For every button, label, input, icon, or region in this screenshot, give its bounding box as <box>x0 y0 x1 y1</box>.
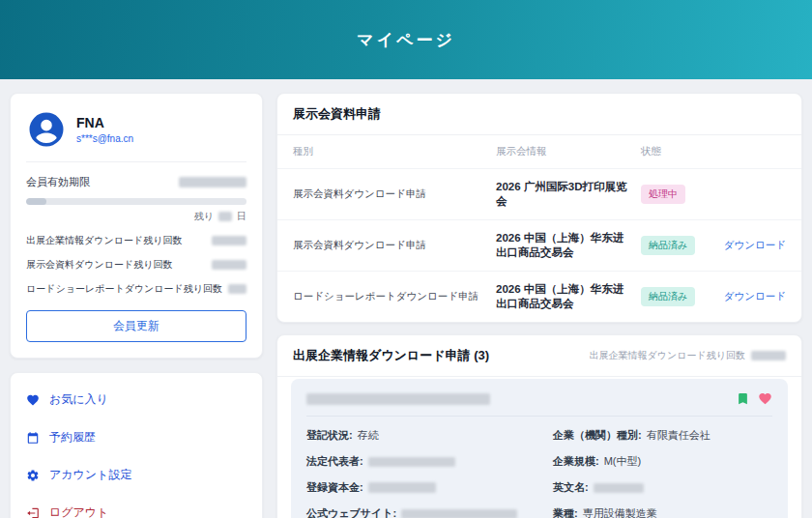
table-row: 展示会資料ダウンロード申請 2026 中国（上海）华东进出口商品交易会 納品済み… <box>277 220 801 272</box>
company-actions <box>736 391 772 406</box>
company-field: 登録資本金: <box>306 480 526 495</box>
left-column: FNA s***s@fna.cn 会員有効期限 残り 日 出展企業情報ダウンロー… <box>10 93 263 518</box>
counter-row: 出展企業情報ダウンロード残り回数 <box>26 234 246 247</box>
redacted-field-value <box>368 457 455 467</box>
menu-item-label: ログアウト <box>49 504 108 518</box>
redacted-counter-value <box>212 236 246 245</box>
field-label: 企業（機関）種別: <box>553 428 642 443</box>
menu-item-logout[interactable]: ログアウト <box>26 494 246 518</box>
membership-progress-fill <box>26 198 46 205</box>
redacted-company-name <box>306 393 490 405</box>
membership-row: 会員有効期限 <box>26 175 246 189</box>
company-fields-right: 企業（機関）種別: 有限責任会社 企業規模: M(中型) 英文名: 業種: <box>553 417 772 518</box>
remaining-prefix: 残り <box>194 210 214 223</box>
counter-row: ロードショーレポートダウンロード残り回数 <box>26 282 246 296</box>
company-detail-panel: 登記状況: 存続 法定代表者: 登録資本金: 公式ウェブサイト: <box>291 379 788 518</box>
field-label: 法定代表者: <box>306 454 363 469</box>
exhibition-applications-header: 展示会資料申請 <box>277 94 801 135</box>
membership-progress <box>26 198 246 205</box>
counter-label: ロードショーレポートダウンロード残り回数 <box>26 282 222 296</box>
user-name: FNA <box>76 115 133 130</box>
status-badge: 納品済み <box>641 287 695 306</box>
redacted-remaining-count <box>751 351 786 360</box>
redacted-membership-date <box>179 177 246 187</box>
column-header-type: 種別 <box>293 145 486 158</box>
redacted-remaining-days <box>218 212 232 221</box>
expo-name: 2026 广州国际3D打印展览会 <box>496 180 631 209</box>
field-value: 存続 <box>358 428 379 443</box>
menu-card: お気に入り 予約履歴 アカウント設定 ログアウト <box>10 372 263 518</box>
counter-label: 展示会資料ダウンロード残り回数 <box>26 258 172 272</box>
right-column: 展示会資料申請 種別 展示会情報 状態 展示会資料ダウンロード申請 2026 广… <box>276 93 802 518</box>
company-field: 公式ウェブサイト: <box>306 506 526 518</box>
profile-card: FNA s***s@fna.cn 会員有効期限 残り 日 出展企業情報ダウンロー… <box>10 93 263 359</box>
page-content: FNA s***s@fna.cn 会員有効期限 残り 日 出展企業情報ダウンロー… <box>0 79 812 518</box>
profile-header: FNA s***s@fna.cn <box>26 109 246 162</box>
page-title: マイページ <box>357 29 455 51</box>
company-field: 企業（機関）種別: 有限責任会社 <box>553 428 772 443</box>
company-field: 英文名: <box>553 480 772 495</box>
section-title: 展示会資料申請 <box>293 105 381 123</box>
field-value: 専用設備製造業 <box>583 506 657 518</box>
download-link[interactable]: ダウンロード <box>724 290 786 303</box>
top-banner: マイページ <box>0 0 812 79</box>
menu-item-account-settings[interactable]: アカウント設定 <box>26 456 246 494</box>
gear-icon <box>26 469 40 482</box>
logout-icon <box>26 506 40 518</box>
heart-icon[interactable] <box>758 391 772 406</box>
company-field: 企業規模: M(中型) <box>553 454 772 469</box>
application-type: 展示会資料ダウンロード申請 <box>293 187 486 201</box>
menu-item-favorites[interactable]: お気に入り <box>26 381 246 418</box>
exhibition-applications-card: 展示会資料申請 種別 展示会情報 状態 展示会資料ダウンロード申請 2026 广… <box>276 93 802 323</box>
company-info-card: 出展企業情報ダウンロード申請 (3) 出展企業情報ダウンロード残り回数 <box>276 334 802 518</box>
profile-identity: FNA s***s@fna.cn <box>76 115 133 144</box>
field-label: 公式ウェブサイト: <box>306 506 396 518</box>
field-value: M(中型) <box>604 454 642 469</box>
remaining-count-label: 出展企業情報ダウンロード残り回数 <box>590 349 745 362</box>
download-link[interactable]: ダウンロード <box>724 239 786 252</box>
status-badge: 納品済み <box>641 236 695 255</box>
column-header-status: 状態 <box>641 145 786 158</box>
membership-remaining: 残り 日 <box>26 210 246 223</box>
membership-label: 会員有効期限 <box>26 175 90 189</box>
expo-name: 2026 中国（上海）华东进出口商品交易会 <box>496 231 631 260</box>
calendar-icon <box>26 431 40 445</box>
company-fields: 登記状況: 存続 法定代表者: 登録資本金: 公式ウェブサイト: <box>306 417 772 518</box>
expo-name: 2026 中国（上海）华东进出口商品交易会 <box>496 282 631 311</box>
status-cell: 処理中 <box>641 185 786 204</box>
user-email: s***s@fna.cn <box>76 133 133 144</box>
redacted-counter-value <box>212 260 246 270</box>
field-label: 業種: <box>553 506 578 518</box>
company-field: 登記状況: 存続 <box>306 428 526 443</box>
menu-item-label: お気に入り <box>49 391 108 408</box>
field-label: 英文名: <box>553 480 589 495</box>
application-type: 展示会資料ダウンロード申請 <box>293 239 486 252</box>
menu-item-label: 予約履歴 <box>49 429 96 446</box>
table-row: 展示会資料ダウンロード申請 2026 广州国际3D打印展览会 処理中 <box>277 169 801 220</box>
field-label: 登録資本金: <box>306 480 363 495</box>
redacted-field-value <box>368 482 436 493</box>
status-cell: 納品済み ダウンロード <box>641 287 786 306</box>
company-field: 法定代表者: <box>306 454 526 469</box>
remaining-suffix: 日 <box>237 210 246 223</box>
status-badge: 処理中 <box>641 185 685 204</box>
bookmark-icon[interactable] <box>736 391 750 406</box>
field-label: 登記状況: <box>306 428 353 443</box>
counter-row: 展示会資料ダウンロード残り回数 <box>26 258 246 272</box>
table-row: ロードショーレポートダウンロード申請 2026 中国（上海）华东进出口商品交易会… <box>277 272 801 322</box>
heart-icon <box>26 393 40 407</box>
field-label: 企業規模: <box>553 454 599 469</box>
table-header-row: 種別 展示会情報 状態 <box>277 135 801 169</box>
redacted-field-value <box>594 483 644 493</box>
field-value: 有限責任会社 <box>647 428 710 443</box>
remaining-count-info: 出展企業情報ダウンロード残り回数 <box>590 349 786 362</box>
renew-membership-button[interactable]: 会員更新 <box>26 310 246 342</box>
section-title: 出展企業情報ダウンロード申請 (3) <box>293 347 489 364</box>
counter-label: 出展企業情報ダウンロード残り回数 <box>26 234 182 247</box>
redacted-field-value <box>401 509 517 518</box>
company-name-row <box>306 391 772 417</box>
redacted-counter-value <box>228 284 246 294</box>
menu-item-reservation-history[interactable]: 予約履歴 <box>26 418 246 456</box>
company-fields-left: 登記状況: 存続 法定代表者: 登録資本金: 公式ウェブサイト: <box>306 417 526 518</box>
company-field: 業種: 専用設備製造業 <box>553 506 772 518</box>
